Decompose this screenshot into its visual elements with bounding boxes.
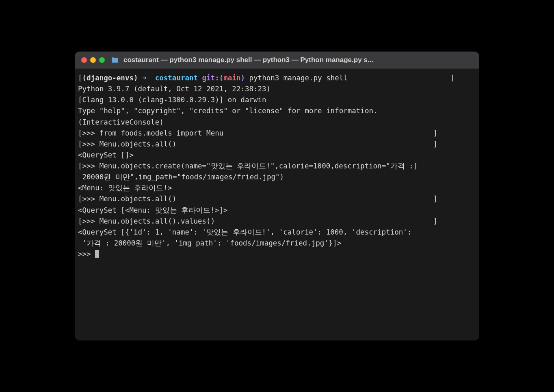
repl-prompt-current[interactable]: >>> (78, 249, 476, 260)
repl-input: Menu.objects.create(name="맛있는 후라이드!",cal… (100, 162, 413, 170)
output-line: [Clang 13.0.0 (clang-1300.0.29.3)] on da… (78, 95, 476, 106)
terminal-body[interactable]: [(django-envs) ➜ costaurant git:(main) p… (75, 69, 479, 340)
venv-name: (django-envs) (82, 74, 138, 82)
maximize-button[interactable] (99, 57, 105, 63)
output-line: <QuerySet [<Menu: 맛있는 후라이드!>]> (78, 205, 476, 216)
repl-line: [>>> Menu.objects.all() ] (78, 139, 476, 150)
repl-input-cont: 20000원 미만",img_path="foods/images/fried.… (78, 172, 476, 183)
repl-line: [>>> Menu.objects.all() ] (78, 194, 476, 205)
repl-line: [>>> Menu.objects.create(name="맛있는 후라이드!… (78, 161, 476, 172)
output-line: <QuerySet [{'id': 1, 'name': '맛있는 후라이드!'… (78, 227, 476, 238)
close-button[interactable] (81, 57, 87, 63)
git-branch: main (223, 74, 240, 82)
output-line: <Menu: 맛있는 후라이드!> (78, 183, 476, 194)
output-line: '가격 : 20000원 미만', 'img_path': 'foods/ima… (78, 238, 476, 249)
repl-line: [>>> Menu.objects.all().values() ] (78, 216, 476, 227)
terminal-window: costaurant — python3 manage.py shell — p… (75, 52, 479, 340)
output-line: (InteractiveConsole) (78, 117, 476, 128)
repl-input: Menu.objects.all() (100, 195, 177, 203)
shell-prompt-line: [(django-envs) ➜ costaurant git:(main) p… (78, 73, 476, 84)
window-title: costaurant — python3 manage.py shell — p… (123, 56, 373, 64)
traffic-lights (81, 57, 105, 63)
minimize-button[interactable] (90, 57, 96, 63)
folder-icon (111, 57, 119, 63)
git-label: git: (202, 74, 219, 82)
titlebar: costaurant — python3 manage.py shell — p… (75, 52, 479, 69)
repl-input: from foods.models import Menu (100, 129, 224, 137)
repl-input: Menu.objects.all().values() (100, 217, 215, 225)
cwd: costaurant (155, 74, 198, 82)
prompt-arrow: ➜ (142, 74, 147, 82)
cursor (95, 250, 99, 258)
output-line: Python 3.9.7 (default, Oct 12 2021, 22:3… (78, 84, 476, 95)
repl-line: [>>> from foods.models import Menu ] (78, 128, 476, 139)
output-line: Type "help", "copyright", "credits" or "… (78, 106, 476, 116)
output-line: <QuerySet []> (78, 150, 476, 161)
repl-input: Menu.objects.all() (100, 140, 177, 148)
command-text: python3 manage.py shell (249, 74, 348, 82)
